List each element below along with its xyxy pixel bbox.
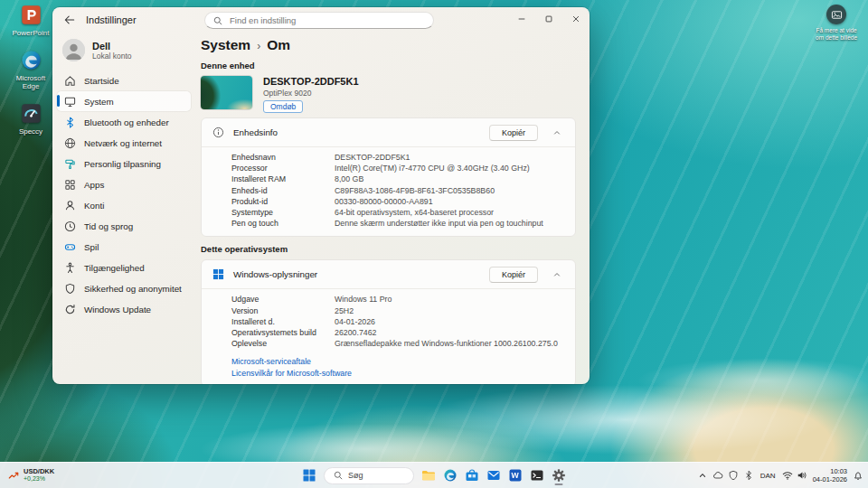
sidebar-item-tilgaengelighed[interactable]: Tilgængelighed — [57, 258, 191, 277]
wifi-icon — [782, 470, 793, 481]
settings-search-input[interactable] — [228, 14, 425, 26]
info-row-label: Oplevelse — [231, 338, 335, 349]
os-section-label: Dette operativsystem — [201, 244, 576, 254]
back-button[interactable] — [59, 11, 80, 29]
rename-device-button[interactable]: Omdøb — [263, 100, 303, 113]
info-row: Processor Intel(R) Core(TM) i7-4770 CPU … — [231, 163, 564, 174]
chevron-up-icon — [697, 470, 708, 481]
settings-icon — [552, 468, 566, 483]
info-row: Installeret RAM 8,00 GB — [231, 174, 564, 184]
sidebar-item-bluetooth-og-enheder[interactable]: Bluetooth og enheder — [57, 112, 191, 132]
desktop-icon-edge[interactable]: Microsoft Edge — [7, 49, 54, 90]
desktop-icon-label: PowerPoint — [13, 29, 50, 37]
store-icon — [465, 468, 479, 483]
sidebar-item-label: Konti — [84, 201, 104, 211]
home-icon — [64, 75, 76, 87]
sidebar-item-netvaerk-og-internet[interactable]: Netværk og internet — [57, 133, 191, 153]
sidebar-item-windows-update[interactable]: Windows Update — [57, 299, 191, 319]
collapse-windows-info-button[interactable] — [547, 266, 567, 283]
apps-icon — [64, 179, 76, 191]
stock-symbol: USD/DKK — [24, 468, 54, 476]
windows-start-icon — [303, 469, 316, 482]
collapse-device-info-button[interactable] — [547, 124, 567, 141]
taskbar-app-terminal[interactable] — [526, 465, 548, 486]
system-tray: DAN 10:03 04-01-2026 — [697, 467, 863, 483]
link-microsoft-serviceaftale[interactable]: Microsoft-serviceaftale — [231, 357, 311, 366]
info-row-label: Produkt-id — [231, 196, 335, 207]
info-row-label: Systemtype — [231, 207, 335, 218]
personalization-icon — [64, 158, 76, 170]
copy-device-info-button[interactable]: Kopiér — [489, 125, 538, 141]
minimize-icon — [517, 14, 526, 23]
status-icon-wifi[interactable] — [782, 470, 793, 481]
settings-window: Indstillinger Dell Lokal konto — [52, 7, 590, 384]
device-info-card: Enhedsinfo Kopiér Enhedsnavn DESKTOP-2DD… — [201, 117, 576, 237]
taskbar-search[interactable]: Søg — [324, 467, 414, 484]
sidebar-item-personlig-tilpasning[interactable]: Personlig tilpasning — [57, 154, 191, 174]
sidebar-item-spil[interactable]: Spil — [57, 237, 191, 257]
maximize-button[interactable] — [535, 7, 562, 30]
taskbar-app-file-explorer[interactable] — [418, 465, 439, 486]
sidebar-item-sikkerhed-og-anonymitet[interactable]: Sikkerhed og anonymitet — [57, 278, 191, 298]
sidebar-item-tid-og-sprog[interactable]: Tid og sprog — [57, 216, 191, 236]
info-row-label: Enheds-id — [231, 185, 335, 196]
onedrive-icon — [712, 470, 723, 481]
info-row: Installeret d. 04-01-2026 — [231, 316, 564, 327]
tray-icon-bluetooth-tray[interactable] — [743, 470, 754, 481]
info-row: Version 25H2 — [231, 305, 564, 316]
start-button[interactable] — [298, 465, 320, 486]
settings-search-box[interactable] — [204, 12, 434, 29]
chevron-up-icon — [552, 270, 561, 279]
taskbar-app-edge[interactable] — [439, 465, 461, 486]
minimize-button[interactable] — [508, 7, 535, 30]
copy-windows-info-button[interactable]: Kopiér — [489, 267, 538, 283]
close-button[interactable] — [562, 7, 590, 30]
breadcrumb-root[interactable]: System — [201, 37, 250, 53]
update-icon — [64, 304, 76, 315]
link-licensvilkaar-for-microsoft-software[interactable]: Licensvilkår for Microsoft-software — [231, 369, 352, 378]
taskbar-search-label: Søg — [348, 471, 363, 480]
sidebar-item-konti[interactable]: Konti — [57, 195, 191, 215]
info-row: Oplevelse Grænsefladepakke med Windows-f… — [231, 338, 564, 349]
user-name: Dell — [92, 41, 131, 52]
notifications-button[interactable] — [853, 470, 863, 481]
sidebar: Dell Lokal konto Startside System — [52, 33, 195, 384]
info-row-value: 64-bit operativsystem, x64-baseret proce… — [335, 207, 564, 218]
info-row-value: 04-01-2026 — [335, 316, 564, 327]
info-row-value: Denne skærm understøtter ikke input via … — [335, 218, 564, 229]
tray-icon-onedrive[interactable] — [712, 470, 723, 481]
desktop-icon-speccy[interactable]: Speccy — [7, 102, 54, 136]
language-indicator[interactable]: DAN — [760, 472, 777, 480]
tray-icon-chevron-up[interactable] — [697, 470, 708, 481]
status-icon-speaker[interactable] — [797, 470, 807, 481]
desktop-icon-powerpoint[interactable]: PowerPoint — [7, 4, 54, 37]
info-row-value: 26200.7462 — [335, 327, 564, 338]
sidebar-item-startside[interactable]: Startside — [57, 70, 191, 90]
sidebar-item-apps[interactable]: Apps — [57, 174, 191, 194]
sidebar-item-label: Personlig tilpasning — [84, 159, 161, 169]
user-account[interactable]: Dell Lokal konto — [57, 34, 191, 70]
sidebar-item-system[interactable]: System — [57, 91, 191, 111]
info-row-value: C89F88A3-1086-4F9B-8F61-3FC0535B8B60 — [335, 185, 564, 196]
info-row-value: Grænsefladepakke med Windows-funktioner … — [335, 338, 564, 349]
shield-icon — [728, 470, 739, 481]
spotlight-widget: Få mere at vide om dette billede — [816, 5, 857, 42]
speaker-icon — [797, 470, 807, 481]
tray-icon-shield[interactable] — [728, 470, 739, 481]
search-icon — [213, 16, 222, 25]
sidebar-item-label: System — [84, 97, 114, 107]
powerpoint-icon — [20, 4, 42, 26]
taskbar-app-word[interactable] — [505, 465, 526, 486]
info-icon — [212, 127, 224, 138]
arrow-left-icon — [64, 14, 75, 25]
taskbar-app-store[interactable] — [461, 465, 483, 486]
taskbar-app-mail[interactable] — [483, 465, 505, 486]
taskbar-app-settings[interactable] — [548, 465, 570, 486]
privacy-icon — [64, 283, 76, 295]
clock[interactable]: 10:03 04-01-2026 — [813, 467, 847, 483]
sidebar-item-label: Tid og sprog — [84, 221, 133, 231]
stocks-widget[interactable]: USD/DKK +0,23% — [3, 466, 60, 485]
file-explorer-icon — [421, 468, 436, 483]
learn-about-picture-button[interactable] — [826, 5, 846, 24]
sidebar-nav: Startside System Bluetooth og enheder — [57, 70, 191, 319]
